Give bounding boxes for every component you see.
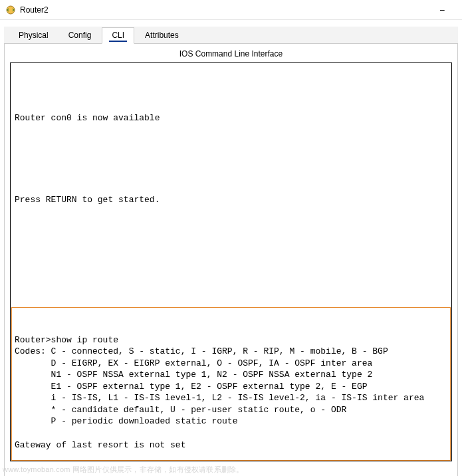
tab-physical[interactable]: Physical [9, 28, 58, 43]
minimize-icon: − [439, 5, 445, 15]
tab-label: CLI [112, 31, 124, 40]
router-icon [5, 5, 16, 15]
cli-terminal[interactable]: Router con0 is now available Press RETUR… [10, 62, 452, 461]
tab-bar: Physical Config CLI Attributes [4, 27, 458, 44]
content-frame: Physical Config CLI Attributes IOS Comma… [0, 20, 462, 476]
tab-label: Config [68, 31, 92, 40]
active-tab-underline [109, 41, 127, 42]
tab-cli[interactable]: CLI [102, 27, 134, 44]
watermark-text: www.toymoban.com 网络图片仅供展示，非存储，如有侵权请联系删除。 [3, 465, 243, 475]
panel-header: IOS Command Line Interface [5, 44, 457, 62]
minimize-button[interactable]: − [427, 0, 457, 20]
window-title: Router2 [20, 5, 427, 15]
cli-panel: IOS Command Line Interface Router con0 i… [4, 44, 458, 476]
tab-label: Attributes [145, 31, 179, 40]
window-titlebar: Router2 − [0, 0, 462, 20]
terminal-container: Router con0 is now available Press RETUR… [5, 62, 457, 467]
tab-config[interactable]: Config [59, 28, 101, 43]
tab-label: Physical [19, 31, 49, 40]
tab-attributes[interactable]: Attributes [136, 28, 188, 43]
